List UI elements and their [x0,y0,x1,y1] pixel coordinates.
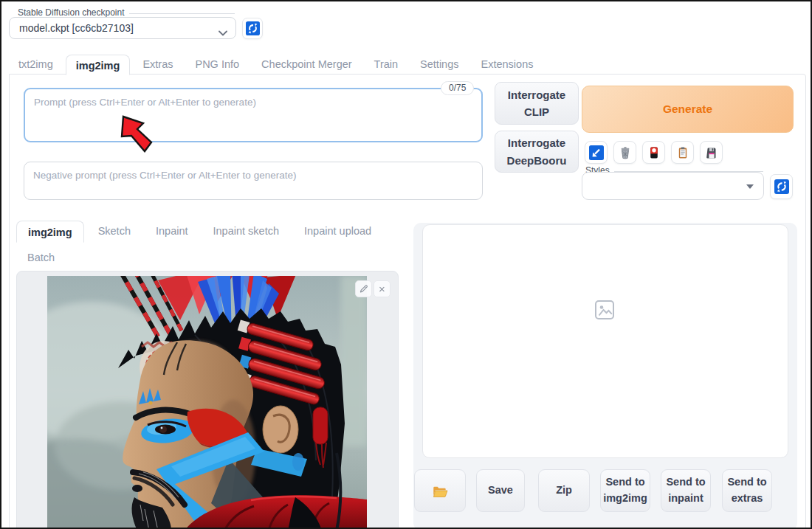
input-image[interactable] [47,276,367,529]
refresh-icon [246,21,260,35]
extra-networks-card-icon [647,145,661,160]
stable-diffusion-webui: Stable Diffusion checkpoint model.ckpt [… [0,0,812,529]
chevron-down-icon [219,26,227,39]
paste-generation-params-button[interactable] [585,141,608,164]
checkpoint-label: Stable Diffusion checkpoint [18,7,125,18]
label-rule [129,13,235,14]
image-placeholder-icon [594,300,615,320]
negative-prompt-input[interactable] [24,162,483,200]
checkpoint-value: model.ckpt [cc6cb27103] [19,22,134,34]
tab-img2img[interactable]: img2img [66,55,131,75]
interrogate-clip-button[interactable]: Interrogate CLIP [495,82,579,125]
send-to-extras-button[interactable]: Send to extras [722,469,772,512]
subtab-inpaint[interactable]: Inpaint [145,220,199,242]
edit-image-button[interactable] [355,280,372,297]
save-style-button[interactable] [700,141,723,164]
img2img-mode-tabs: img2img Sketch Inpaint Inpaint sketch In… [16,220,393,269]
save-style-floppy-icon [704,145,719,160]
checkpoint-dropdown[interactable]: model.ckpt [cc6cb27103] [9,17,236,39]
save-button[interactable]: Save [476,469,525,512]
subtab-batch[interactable]: Batch [16,246,66,269]
tab-txt2img[interactable]: txt2img [9,54,63,75]
interrogate-deepbooru-button[interactable]: Interrogate DeepBooru [495,131,579,173]
tab-extensions[interactable]: Extensions [472,54,543,75]
clear-prompt-button[interactable] [613,141,636,164]
refresh-styles-button[interactable] [770,174,793,199]
refresh-checkpoint-button[interactable] [242,18,263,39]
send-to-inpaint-button[interactable]: Send to inpaint [661,469,711,512]
token-counter: 0/75 [441,81,474,95]
generate-button[interactable]: Generate [582,86,794,133]
checkpoint-label-row: Stable Diffusion checkpoint [18,7,235,18]
subtab-sketch[interactable]: Sketch [87,220,142,242]
tab-checkpoint-merger[interactable]: Checkpoint Merger [252,54,362,75]
tab-settings[interactable]: Settings [410,54,468,75]
subtab-inpaint-sketch[interactable]: Inpaint sketch [202,220,290,242]
subtab-inpaint-upload[interactable]: Inpaint upload [293,220,382,242]
paste-arrow-icon [589,145,604,160]
zip-button[interactable]: Zip [538,469,590,512]
open-folder-icon [431,483,449,499]
tab-extras[interactable]: Extras [133,54,182,75]
open-output-folder-button[interactable] [414,469,466,512]
trash-icon [618,145,633,160]
styles-dropdown[interactable] [582,172,764,200]
apply-styles-button[interactable] [671,141,694,164]
extra-networks-button[interactable] [642,141,665,164]
tab-train[interactable]: Train [365,54,408,75]
send-to-img2img-button[interactable]: Send to img2img [600,469,650,512]
clear-image-button[interactable]: × [374,280,390,297]
clipboard-icon [675,145,690,160]
edit-pencil-icon [359,284,368,294]
refresh-icon [774,179,789,194]
prompt-input[interactable] [24,88,483,142]
subtab-img2img[interactable]: img2img [16,221,84,243]
output-image-frame [422,224,788,458]
close-icon: × [379,283,385,294]
dropdown-arrow-icon [746,184,754,189]
main-tab-bar: txt2img img2img Extras PNG Info Checkpoi… [9,54,543,75]
tab-png-info[interactable]: PNG Info [185,54,249,75]
